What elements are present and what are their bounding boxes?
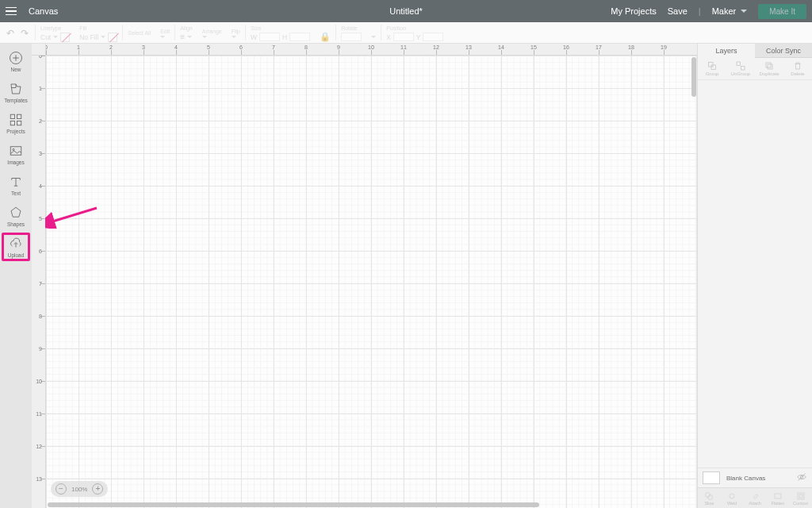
- svg-marker-9: [11, 207, 21, 217]
- svg-rect-10: [709, 63, 714, 67]
- linetype-swatch: [60, 33, 70, 42]
- plus-circle-icon: [9, 51, 23, 65]
- sidebar-item-projects[interactable]: Projects: [2, 109, 30, 137]
- svg-rect-15: [768, 64, 772, 69]
- svg-rect-3: [10, 114, 14, 118]
- sidebar-item-label: Text: [11, 190, 21, 196]
- upload-icon: [9, 237, 23, 251]
- app-header: Canvas Untitled* My Projects Save | Make…: [0, 0, 812, 22]
- select-all-button[interactable]: Select All: [123, 22, 155, 43]
- svg-point-8: [13, 148, 14, 150]
- weld-button[interactable]: Weld: [721, 488, 744, 508]
- attach-button[interactable]: Attach: [744, 488, 767, 508]
- sidebar-item-label: Shapes: [7, 221, 25, 227]
- canvas-swatch: [703, 471, 720, 484]
- svg-rect-4: [17, 114, 21, 118]
- canvas-layer-row[interactable]: Blank Canvas: [698, 468, 812, 487]
- svg-rect-20: [775, 494, 781, 498]
- sidebar-item-templates[interactable]: Templates: [2, 78, 30, 106]
- machine-selector[interactable]: Maker: [712, 6, 748, 16]
- sidebar-item-label: Projects: [6, 129, 25, 134]
- make-it-button[interactable]: Make It: [758, 4, 806, 19]
- templates-icon: [9, 82, 23, 96]
- sidebar-item-label: Templates: [4, 98, 28, 103]
- sidebar-item-new[interactable]: New: [2, 47, 30, 75]
- canvas-area[interactable]: 012345678910111213141516171819 012345678…: [32, 44, 697, 508]
- right-panel: Layers Color Sync Group UnGroup Duplicat…: [697, 44, 812, 508]
- chevron-down-icon: [101, 36, 105, 38]
- left-sidebar: New Templates Projects Images Text Shape…: [0, 44, 32, 508]
- save-button[interactable]: Save: [668, 6, 688, 16]
- svg-rect-11: [711, 65, 716, 70]
- chevron-down-icon: [160, 36, 165, 38]
- menu-button[interactable]: [0, 0, 22, 22]
- canvas-layer-label: Blank Canvas: [726, 475, 765, 482]
- trash-icon: [793, 61, 802, 71]
- flatten-icon: [773, 491, 783, 501]
- separator: |: [699, 6, 701, 16]
- svg-rect-13: [741, 67, 745, 71]
- more-dropdown[interactable]: [366, 22, 381, 43]
- align-dropdown[interactable]: Align≡: [175, 22, 197, 43]
- svg-rect-22: [799, 495, 802, 498]
- arrange-dropdown[interactable]: Arrange: [197, 22, 227, 43]
- svg-rect-21: [798, 493, 804, 499]
- delete-button[interactable]: Delete: [783, 58, 812, 79]
- sidebar-item-shapes[interactable]: Shapes: [2, 202, 30, 230]
- tab-color-sync[interactable]: Color Sync: [755, 44, 812, 58]
- flip-dropdown[interactable]: Flip: [227, 22, 245, 43]
- fill-swatch: [108, 33, 117, 42]
- svg-rect-5: [10, 121, 14, 125]
- lock-aspect-button[interactable]: 🔒: [315, 22, 335, 43]
- sidebar-item-upload[interactable]: Upload: [2, 233, 30, 261]
- ungroup-button[interactable]: UnGroup: [726, 58, 755, 79]
- projects-icon: [9, 113, 23, 127]
- zoom-in-button[interactable]: +: [92, 483, 103, 495]
- chevron-down-icon: [202, 36, 207, 38]
- visibility-toggle[interactable]: [796, 471, 807, 484]
- my-projects-link[interactable]: My Projects: [611, 6, 656, 16]
- contour-button[interactable]: Contour: [789, 488, 812, 508]
- shapes-icon: [9, 206, 23, 220]
- vertical-scrollbar[interactable]: [691, 57, 696, 97]
- zoom-control[interactable]: − 100% +: [51, 481, 108, 497]
- svg-rect-6: [17, 121, 21, 125]
- canvas-grid[interactable]: [46, 56, 697, 508]
- sidebar-item-label: New: [10, 67, 21, 72]
- sidebar-item-images[interactable]: Images: [2, 140, 30, 168]
- ruler-corner: [32, 44, 46, 56]
- chevron-down-icon: [371, 36, 376, 38]
- svg-line-17: [798, 473, 805, 480]
- redo-button[interactable]: ↷: [21, 28, 29, 39]
- edit-dropdown[interactable]: Edit: [155, 22, 174, 43]
- zoom-out-button[interactable]: −: [56, 483, 67, 495]
- svg-rect-7: [10, 146, 21, 155]
- linetype-control[interactable]: Linetype Cut: [36, 22, 75, 43]
- weld-icon: [727, 491, 737, 501]
- layers-list: [698, 80, 812, 468]
- undo-button[interactable]: ↶: [6, 28, 14, 39]
- horizontal-scrollbar[interactable]: [48, 502, 539, 507]
- chevron-down-icon: [53, 36, 58, 38]
- duplicate-button[interactable]: Duplicate: [755, 58, 783, 79]
- rotate-control[interactable]: Rotate: [336, 22, 366, 43]
- sidebar-item-text[interactable]: Text: [2, 171, 30, 199]
- size-control[interactable]: Size WH: [246, 22, 315, 43]
- properties-toolbar: ↶ ↷ Linetype Cut Fill No Fill Select All…: [0, 22, 812, 44]
- attach-icon: [750, 491, 760, 501]
- text-icon: [9, 175, 23, 189]
- group-button[interactable]: Group: [698, 58, 726, 79]
- chevron-down-icon: [741, 10, 747, 13]
- flatten-button[interactable]: Flatten: [766, 488, 789, 508]
- position-control[interactable]: Position XY: [381, 22, 448, 43]
- duplicate-icon: [764, 61, 774, 71]
- slice-icon: [704, 491, 714, 501]
- fill-control[interactable]: Fill No Fill: [75, 22, 122, 43]
- machine-label: Maker: [712, 6, 737, 16]
- slice-button[interactable]: Slice: [698, 488, 721, 508]
- chevron-down-icon: [232, 36, 236, 38]
- tab-layers[interactable]: Layers: [698, 44, 755, 58]
- sidebar-item-label: Upload: [8, 252, 25, 258]
- chevron-down-icon: [187, 36, 192, 38]
- contour-icon: [796, 491, 806, 501]
